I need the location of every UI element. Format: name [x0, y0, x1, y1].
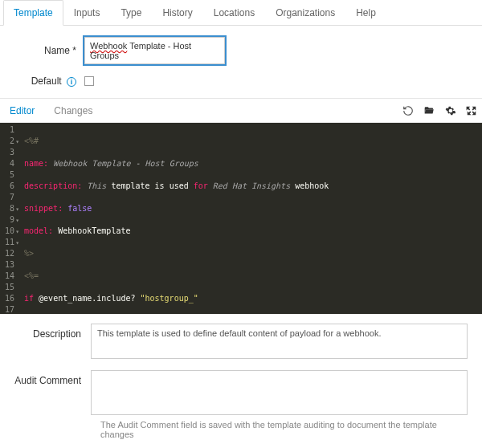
code-gutter: 12▾345678▾9▾10▾11▾121314151617181920▾21▾…	[0, 123, 19, 314]
tab-history[interactable]: History	[152, 0, 202, 26]
name-label: Name *	[16, 45, 84, 56]
code-editor[interactable]: 12▾345678▾9▾10▾11▾121314151617181920▾21▾…	[0, 123, 482, 314]
info-icon[interactable]: i	[67, 77, 76, 87]
gear-icon[interactable]	[445, 105, 456, 116]
editor-tab-changes[interactable]: Changes	[44, 99, 102, 123]
tab-inputs[interactable]: Inputs	[63, 0, 111, 26]
default-row: Default i	[0, 75, 482, 87]
tab-template[interactable]: Template	[3, 0, 63, 26]
audit-help-text: The Audit Comment field is saved with th…	[100, 420, 468, 439]
page-tabs: Template Inputs Type History Locations O…	[0, 0, 482, 26]
folder-open-icon[interactable]	[423, 105, 435, 116]
undo-icon[interactable]	[402, 105, 414, 116]
name-input[interactable]: Webhook Template - Host Groups	[84, 37, 225, 64]
editor-section: Editor Changes 12▾345678▾9▾10▾11▾1213141…	[0, 98, 482, 314]
tab-type[interactable]: Type	[110, 0, 152, 26]
description-textarea[interactable]	[91, 324, 468, 359]
expand-icon[interactable]	[466, 105, 477, 116]
audit-textarea[interactable]	[91, 370, 468, 415]
tab-locations[interactable]: Locations	[203, 0, 265, 26]
editor-header: Editor Changes	[0, 99, 482, 123]
tab-help[interactable]: Help	[345, 0, 386, 26]
audit-label: Audit Comment	[14, 370, 91, 415]
tab-organizations[interactable]: Organizations	[265, 0, 345, 26]
audit-row: Audit Comment	[14, 370, 468, 415]
editor-tab-editor[interactable]: Editor	[0, 99, 44, 123]
name-row: Name * Webhook Template - Host Groups	[0, 37, 482, 64]
description-row: Description	[14, 324, 468, 359]
code-content[interactable]: <%# name: Webhook Template - Host Groups…	[19, 123, 482, 314]
default-checkbox[interactable]	[84, 76, 94, 86]
description-label: Description	[14, 324, 91, 359]
default-label: Default i	[16, 75, 84, 87]
